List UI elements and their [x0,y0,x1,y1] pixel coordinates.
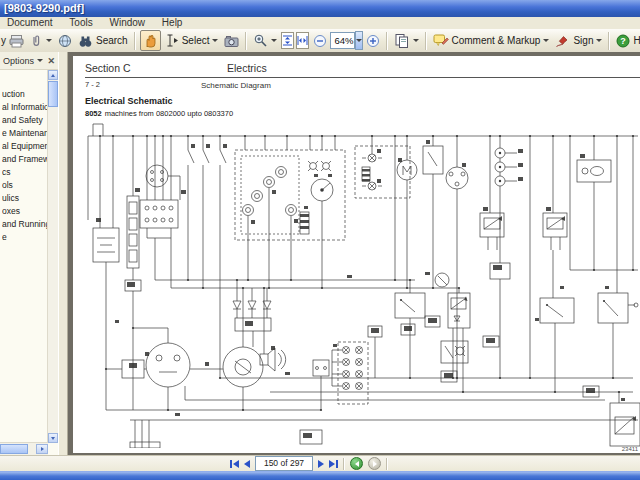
bookmark-item[interactable]: uction [2,88,47,101]
zoom-in-button[interactable] [364,31,382,50]
clipped-copy-button-label[interactable]: y [1,35,6,46]
next-view-button[interactable] [368,457,381,470]
window-titlebar: [9803-9290.pdf] [0,0,640,17]
options-menu-button[interactable]: Options [3,56,34,66]
section-label: Section C [85,62,131,74]
bookmarks-panel: Options ✕ uction al Information and Safe… [0,52,58,455]
main-toolbar: y Search [0,29,640,53]
camera-icon [224,34,239,48]
last-page-icon [336,460,338,468]
minus-circle-icon [313,34,327,48]
help-button-label: Help [633,35,640,46]
magnifier-plus-icon [253,33,268,48]
bookmark-item[interactable]: ols [2,179,47,192]
dropdown-arrow-icon [596,39,602,42]
menu-document[interactable]: Document [0,17,60,29]
sign-button[interactable]: Sign [553,31,604,50]
scrollbar-thumb[interactable] [0,444,28,454]
scroll-up-button[interactable] [48,70,58,80]
first-page-icon [230,460,232,468]
next-page-button[interactable] [318,460,324,468]
bookmark-item[interactable]: cs [2,166,47,179]
hand-icon [143,33,158,48]
comment-bubble-icon [433,33,449,48]
comment-markup-button[interactable]: Comment & Markup [431,31,552,50]
scroll-right-button[interactable] [36,444,48,454]
triangle-left-icon [233,460,239,468]
triangle-right-icon [329,460,335,468]
dropdown-arrow-icon [543,39,549,42]
zoom-level-value: 64% [334,35,353,46]
statusbar-separator [343,458,345,470]
dropdown-arrow-icon [356,39,362,42]
toolbar-separator [245,32,247,50]
machine-model: 8052 [85,109,102,118]
bookmark-item[interactable]: and Safety [2,114,47,127]
figure-number: 23411 [622,446,638,452]
menu-tools[interactable]: Tools [62,17,99,29]
bookmarks-panel-header: Options ✕ [0,52,58,70]
schematic-figure [85,120,640,448]
scroll-down-button[interactable] [48,433,58,443]
zoom-level-combo[interactable]: 64% [330,32,354,49]
print-button[interactable] [7,31,26,50]
internet-search-button[interactable] [56,31,74,50]
snapshot-button[interactable] [222,31,241,50]
bookmark-item[interactable]: oxes [2,205,47,218]
toolbar-separator [386,32,388,50]
status-bar: 150 of 297 [0,455,640,471]
triangle-down-icon [51,437,55,440]
document-area[interactable]: Section C Electrics 7 - 2 Schematic Diag… [68,52,640,455]
search-button[interactable]: Search [76,31,130,50]
email-attach-button[interactable] [28,31,54,50]
scrollbar-thumb[interactable] [48,81,58,107]
zoom-out-button[interactable] [311,31,329,50]
doc-heading: Electrical Schematic [85,96,173,106]
page-ref: 7 - 2 [85,80,100,89]
toolbar-separator [608,32,610,50]
toolbar-separator [425,32,427,50]
chapter-label: Electrics [227,62,267,74]
fit-page-button[interactable] [281,32,294,49]
menu-help[interactable]: Help [155,17,190,29]
page-header: Section C Electrics [85,62,640,74]
triangle-up-icon [51,74,55,77]
binoculars-icon [78,34,93,48]
pdf-page: Section C Electrics 7 - 2 Schematic Diag… [73,56,640,453]
bookmarks-horizontal-scrollbar[interactable] [0,442,48,455]
comment-markup-label: Comment & Markup [452,35,541,46]
dropdown-arrow-icon [271,39,277,42]
page-display-button[interactable] [392,31,421,50]
zoom-combo-arrow[interactable] [355,31,363,50]
bookmark-item[interactable]: e Maintenance [2,127,47,140]
bookmark-item[interactable]: and Framework [2,153,47,166]
fit-width-button[interactable] [296,32,309,49]
previous-view-button[interactable] [350,457,363,470]
last-page-button[interactable] [329,460,338,468]
page-indicator-field[interactable]: 150 of 297 [255,456,313,471]
svg-text:?: ? [621,36,627,46]
sign-button-label: Sign [573,35,593,46]
close-panel-button[interactable]: ✕ [47,56,55,66]
bookmark-item[interactable]: and Running G [2,218,47,231]
bookmark-item[interactable]: al Information [2,101,47,114]
ibeam-cursor-icon [165,33,179,48]
previous-page-button[interactable] [244,460,250,468]
bookmark-item[interactable]: al Equipment [2,140,47,153]
triangle-left-icon [244,460,250,468]
select-button-label: Select [182,35,210,46]
hand-tool-button[interactable] [140,30,161,51]
first-page-button[interactable] [230,460,239,468]
zoom-in-tool-button[interactable] [251,31,279,50]
select-tool-button[interactable]: Select [163,31,221,50]
pen-icon [555,34,570,48]
print-icon [9,34,24,48]
window-bottom-edge [0,471,640,480]
bookmarks-vertical-scrollbar[interactable] [47,70,58,443]
help-button[interactable]: ? Help [614,31,640,50]
bookmark-item[interactable]: ulics [2,192,47,205]
triangle-right-icon [373,461,377,467]
panel-splitter[interactable] [58,52,68,455]
bookmark-item[interactable]: e [2,231,47,244]
menu-window[interactable]: Window [103,17,153,29]
